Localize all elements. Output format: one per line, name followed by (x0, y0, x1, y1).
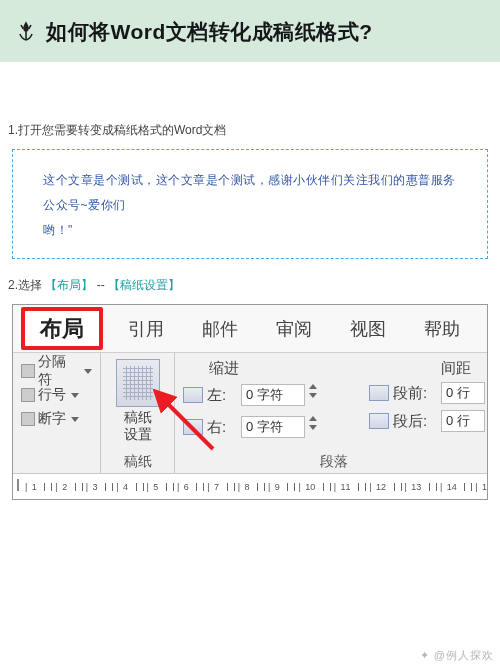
group-paragraph: 缩进 间距 左: 0 字符 (175, 353, 487, 473)
spacing-before-icon (369, 385, 389, 401)
line-numbers-label: 行号 (38, 386, 66, 404)
gaozhi-caption-2: 设置 (116, 426, 160, 443)
manuscript-grid-icon (116, 359, 160, 407)
step2-prefix: 2.选择 (8, 278, 42, 292)
hyphenation-icon (21, 412, 35, 426)
tab-review[interactable]: 审阅 (257, 305, 331, 352)
indent-right-row: 右: 0 字符 (183, 414, 363, 440)
spinner-down-icon (309, 425, 317, 430)
spacing-before-row: 段前: 0 行 (369, 382, 485, 404)
chevron-down-icon (84, 369, 92, 374)
spacing-after-row: 段后: 0 行 (369, 410, 485, 432)
step2-keyword-layout: 【布局】 (45, 278, 93, 292)
step2-dash: -- (97, 278, 105, 292)
group-page-setup-right: 分隔符 行号 断字 (13, 353, 101, 473)
group-gaozhi: 稿纸 设置 稿纸 (101, 353, 175, 473)
indent-left-label: 左: (207, 386, 237, 405)
page-header: 如何将Word文档转化成稿纸格式? (0, 0, 500, 62)
tab-help[interactable]: 帮助 (405, 305, 479, 352)
document-sample-text: 这个文章是个测试，这个文章是个测试，感谢小伙伴们关注我们的惠普服务公众号~爱你们… (43, 168, 457, 244)
step-2-title: 2.选择 【布局】 -- 【稿纸设置】 (8, 277, 492, 294)
ribbon-tabs: 布局 引用 邮件 审阅 视图 帮助 (13, 305, 487, 353)
tulip-icon (14, 20, 38, 44)
word-ruler[interactable]: | 1 | 2 | 3 | 4 | 5 | 6 | 7 | 8 | 9 | 10… (13, 473, 487, 499)
ribbon-body: 分隔符 行号 断字 (13, 353, 487, 473)
line-numbers-button[interactable]: 行号 (21, 383, 92, 407)
indent-right-icon (183, 419, 203, 435)
gaozhi-caption-1: 稿纸 (116, 409, 160, 426)
tab-references[interactable]: 引用 (109, 305, 183, 352)
spacing-after-input[interactable]: 0 行 (441, 410, 485, 432)
group-paragraph-label: 段落 (183, 451, 485, 471)
spacing-header: 间距 (355, 359, 485, 378)
indent-left-icon (183, 387, 203, 403)
spinner-up-icon (309, 384, 317, 389)
indent-left-input[interactable]: 0 字符 (241, 384, 305, 406)
hyphenation-button[interactable]: 断字 (21, 407, 92, 431)
watermark: ✦ @例人探欢 (420, 648, 494, 663)
gaozhi-setting-button[interactable]: 稿纸 设置 (116, 359, 160, 443)
chevron-down-icon (71, 393, 79, 398)
spacing-before-input[interactable]: 0 行 (441, 382, 485, 404)
breaks-icon (21, 364, 35, 378)
tab-mailings[interactable]: 邮件 (183, 305, 257, 352)
group-label-empty (21, 469, 92, 471)
indent-right-spinner[interactable] (309, 416, 319, 438)
indent-left-row: 左: 0 字符 (183, 382, 363, 408)
step-2: 2.选择 【布局】 -- 【稿纸设置】 布局 引用 邮件 审阅 视图 帮助 (8, 277, 492, 500)
step2-keyword-gaozhi: 【稿纸设置】 (108, 278, 180, 292)
spacing-after-icon (369, 413, 389, 429)
breaks-button[interactable]: 分隔符 (21, 359, 92, 383)
doc-line-2: 哟！" (43, 218, 457, 243)
step-1-title: 1.打开您需要转变成稿纸格式的Word文档 (8, 122, 492, 139)
doc-line-1: 这个文章是个测试，这个文章是个测试，感谢小伙伴们关注我们的惠普服务公众号~爱你们 (43, 168, 457, 218)
tab-layout-active[interactable]: 布局 (13, 305, 109, 352)
hyphenation-label: 断字 (38, 410, 66, 428)
indent-right-label: 右: (207, 418, 237, 437)
chevron-down-icon (71, 417, 79, 422)
spacing-before-label: 段前: (393, 384, 437, 403)
spacing-after-label: 段后: (393, 412, 437, 431)
paragraph-headers: 缩进 间距 (183, 359, 485, 378)
line-numbers-icon (21, 388, 35, 402)
indent-right-input[interactable]: 0 字符 (241, 416, 305, 438)
tab-layout-label: 布局 (40, 314, 84, 344)
word-ribbon-screenshot: 布局 引用 邮件 审阅 视图 帮助 分隔符 (12, 304, 488, 500)
tab-view[interactable]: 视图 (331, 305, 405, 352)
highlight-red-box: 布局 (21, 307, 103, 350)
indent-header: 缩进 (183, 359, 253, 378)
breaks-label: 分隔符 (38, 353, 79, 389)
indent-left-spinner[interactable] (309, 384, 319, 406)
ruler-ticks: | 1 | 2 | 3 | 4 | 5 | 6 | 7 | 8 | 9 | 10… (25, 482, 487, 492)
spinner-up-icon (309, 416, 317, 421)
group-gaozhi-label: 稿纸 (124, 451, 152, 471)
spinner-down-icon (309, 393, 317, 398)
word-document-preview: 这个文章是个测试，这个文章是个测试，感谢小伙伴们关注我们的惠普服务公众号~爱你们… (12, 149, 488, 259)
ruler-indent-marker[interactable] (17, 479, 19, 491)
page-title: 如何将Word文档转化成稿纸格式? (46, 18, 373, 46)
step-1: 1.打开您需要转变成稿纸格式的Word文档 这个文章是个测试，这个文章是个测试，… (8, 122, 492, 259)
